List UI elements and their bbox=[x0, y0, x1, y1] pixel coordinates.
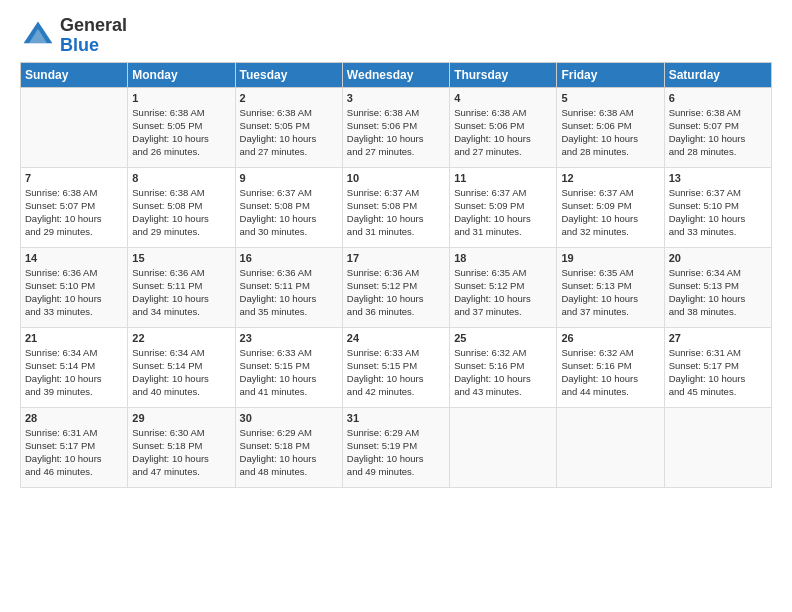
day-number: 14 bbox=[25, 252, 123, 264]
day-info: Sunrise: 6:29 AM Sunset: 5:18 PM Dayligh… bbox=[240, 426, 338, 479]
day-number: 8 bbox=[132, 172, 230, 184]
day-number: 21 bbox=[25, 332, 123, 344]
week-row-4: 28Sunrise: 6:31 AM Sunset: 5:17 PM Dayli… bbox=[21, 407, 772, 487]
day-info: Sunrise: 6:31 AM Sunset: 5:17 PM Dayligh… bbox=[25, 426, 123, 479]
calendar-cell: 17Sunrise: 6:36 AM Sunset: 5:12 PM Dayli… bbox=[342, 247, 449, 327]
calendar-cell: 5Sunrise: 6:38 AM Sunset: 5:06 PM Daylig… bbox=[557, 87, 664, 167]
calendar-cell: 29Sunrise: 6:30 AM Sunset: 5:18 PM Dayli… bbox=[128, 407, 235, 487]
calendar-cell: 13Sunrise: 6:37 AM Sunset: 5:10 PM Dayli… bbox=[664, 167, 771, 247]
day-info: Sunrise: 6:37 AM Sunset: 5:08 PM Dayligh… bbox=[240, 186, 338, 239]
calendar-cell: 7Sunrise: 6:38 AM Sunset: 5:07 PM Daylig… bbox=[21, 167, 128, 247]
header-day-thursday: Thursday bbox=[450, 62, 557, 87]
day-info: Sunrise: 6:37 AM Sunset: 5:08 PM Dayligh… bbox=[347, 186, 445, 239]
day-number: 20 bbox=[669, 252, 767, 264]
calendar-cell: 2Sunrise: 6:38 AM Sunset: 5:05 PM Daylig… bbox=[235, 87, 342, 167]
day-number: 13 bbox=[669, 172, 767, 184]
day-number: 4 bbox=[454, 92, 552, 104]
day-number: 12 bbox=[561, 172, 659, 184]
day-number: 29 bbox=[132, 412, 230, 424]
calendar-table: SundayMondayTuesdayWednesdayThursdayFrid… bbox=[20, 62, 772, 488]
day-info: Sunrise: 6:32 AM Sunset: 5:16 PM Dayligh… bbox=[561, 346, 659, 399]
calendar-cell: 30Sunrise: 6:29 AM Sunset: 5:18 PM Dayli… bbox=[235, 407, 342, 487]
day-info: Sunrise: 6:34 AM Sunset: 5:14 PM Dayligh… bbox=[132, 346, 230, 399]
calendar-cell bbox=[664, 407, 771, 487]
day-number: 23 bbox=[240, 332, 338, 344]
day-info: Sunrise: 6:36 AM Sunset: 5:11 PM Dayligh… bbox=[132, 266, 230, 319]
day-info: Sunrise: 6:38 AM Sunset: 5:06 PM Dayligh… bbox=[561, 106, 659, 159]
day-info: Sunrise: 6:38 AM Sunset: 5:07 PM Dayligh… bbox=[669, 106, 767, 159]
calendar-cell: 12Sunrise: 6:37 AM Sunset: 5:09 PM Dayli… bbox=[557, 167, 664, 247]
calendar-cell: 15Sunrise: 6:36 AM Sunset: 5:11 PM Dayli… bbox=[128, 247, 235, 327]
day-number: 15 bbox=[132, 252, 230, 264]
day-info: Sunrise: 6:38 AM Sunset: 5:05 PM Dayligh… bbox=[240, 106, 338, 159]
day-number: 26 bbox=[561, 332, 659, 344]
calendar-cell: 18Sunrise: 6:35 AM Sunset: 5:12 PM Dayli… bbox=[450, 247, 557, 327]
calendar-header-row: SundayMondayTuesdayWednesdayThursdayFrid… bbox=[21, 62, 772, 87]
calendar-cell: 3Sunrise: 6:38 AM Sunset: 5:06 PM Daylig… bbox=[342, 87, 449, 167]
week-row-3: 21Sunrise: 6:34 AM Sunset: 5:14 PM Dayli… bbox=[21, 327, 772, 407]
calendar-cell bbox=[450, 407, 557, 487]
calendar-cell: 20Sunrise: 6:34 AM Sunset: 5:13 PM Dayli… bbox=[664, 247, 771, 327]
week-row-2: 14Sunrise: 6:36 AM Sunset: 5:10 PM Dayli… bbox=[21, 247, 772, 327]
day-info: Sunrise: 6:38 AM Sunset: 5:07 PM Dayligh… bbox=[25, 186, 123, 239]
calendar-cell: 16Sunrise: 6:36 AM Sunset: 5:11 PM Dayli… bbox=[235, 247, 342, 327]
calendar-cell: 26Sunrise: 6:32 AM Sunset: 5:16 PM Dayli… bbox=[557, 327, 664, 407]
day-info: Sunrise: 6:33 AM Sunset: 5:15 PM Dayligh… bbox=[240, 346, 338, 399]
day-info: Sunrise: 6:37 AM Sunset: 5:09 PM Dayligh… bbox=[561, 186, 659, 239]
day-info: Sunrise: 6:38 AM Sunset: 5:06 PM Dayligh… bbox=[454, 106, 552, 159]
calendar-cell: 25Sunrise: 6:32 AM Sunset: 5:16 PM Dayli… bbox=[450, 327, 557, 407]
day-number: 10 bbox=[347, 172, 445, 184]
calendar-cell: 19Sunrise: 6:35 AM Sunset: 5:13 PM Dayli… bbox=[557, 247, 664, 327]
day-info: Sunrise: 6:34 AM Sunset: 5:14 PM Dayligh… bbox=[25, 346, 123, 399]
calendar-cell: 23Sunrise: 6:33 AM Sunset: 5:15 PM Dayli… bbox=[235, 327, 342, 407]
header-day-wednesday: Wednesday bbox=[342, 62, 449, 87]
calendar-cell: 27Sunrise: 6:31 AM Sunset: 5:17 PM Dayli… bbox=[664, 327, 771, 407]
logo-text: General Blue bbox=[60, 16, 127, 56]
day-number: 7 bbox=[25, 172, 123, 184]
calendar-cell bbox=[557, 407, 664, 487]
day-info: Sunrise: 6:30 AM Sunset: 5:18 PM Dayligh… bbox=[132, 426, 230, 479]
day-info: Sunrise: 6:36 AM Sunset: 5:10 PM Dayligh… bbox=[25, 266, 123, 319]
day-number: 2 bbox=[240, 92, 338, 104]
calendar-cell: 28Sunrise: 6:31 AM Sunset: 5:17 PM Dayli… bbox=[21, 407, 128, 487]
day-info: Sunrise: 6:38 AM Sunset: 5:05 PM Dayligh… bbox=[132, 106, 230, 159]
day-info: Sunrise: 6:32 AM Sunset: 5:16 PM Dayligh… bbox=[454, 346, 552, 399]
day-number: 3 bbox=[347, 92, 445, 104]
day-number: 22 bbox=[132, 332, 230, 344]
day-number: 28 bbox=[25, 412, 123, 424]
header-day-friday: Friday bbox=[557, 62, 664, 87]
calendar-cell: 8Sunrise: 6:38 AM Sunset: 5:08 PM Daylig… bbox=[128, 167, 235, 247]
day-info: Sunrise: 6:36 AM Sunset: 5:12 PM Dayligh… bbox=[347, 266, 445, 319]
calendar-body: 1Sunrise: 6:38 AM Sunset: 5:05 PM Daylig… bbox=[21, 87, 772, 487]
day-info: Sunrise: 6:37 AM Sunset: 5:09 PM Dayligh… bbox=[454, 186, 552, 239]
header-day-saturday: Saturday bbox=[664, 62, 771, 87]
day-number: 30 bbox=[240, 412, 338, 424]
day-number: 5 bbox=[561, 92, 659, 104]
logo: General Blue bbox=[20, 16, 127, 56]
day-info: Sunrise: 6:35 AM Sunset: 5:13 PM Dayligh… bbox=[561, 266, 659, 319]
day-number: 16 bbox=[240, 252, 338, 264]
calendar-cell: 31Sunrise: 6:29 AM Sunset: 5:19 PM Dayli… bbox=[342, 407, 449, 487]
header-day-tuesday: Tuesday bbox=[235, 62, 342, 87]
logo-icon bbox=[20, 18, 56, 54]
calendar-cell: 4Sunrise: 6:38 AM Sunset: 5:06 PM Daylig… bbox=[450, 87, 557, 167]
day-number: 9 bbox=[240, 172, 338, 184]
day-info: Sunrise: 6:36 AM Sunset: 5:11 PM Dayligh… bbox=[240, 266, 338, 319]
calendar-cell: 22Sunrise: 6:34 AM Sunset: 5:14 PM Dayli… bbox=[128, 327, 235, 407]
calendar-cell: 14Sunrise: 6:36 AM Sunset: 5:10 PM Dayli… bbox=[21, 247, 128, 327]
day-info: Sunrise: 6:38 AM Sunset: 5:06 PM Dayligh… bbox=[347, 106, 445, 159]
calendar-cell: 9Sunrise: 6:37 AM Sunset: 5:08 PM Daylig… bbox=[235, 167, 342, 247]
calendar-cell: 6Sunrise: 6:38 AM Sunset: 5:07 PM Daylig… bbox=[664, 87, 771, 167]
day-info: Sunrise: 6:33 AM Sunset: 5:15 PM Dayligh… bbox=[347, 346, 445, 399]
day-number: 25 bbox=[454, 332, 552, 344]
day-number: 19 bbox=[561, 252, 659, 264]
header-day-monday: Monday bbox=[128, 62, 235, 87]
page: General Blue SundayMondayTuesdayWednesda… bbox=[0, 0, 792, 498]
calendar-cell: 24Sunrise: 6:33 AM Sunset: 5:15 PM Dayli… bbox=[342, 327, 449, 407]
day-info: Sunrise: 6:37 AM Sunset: 5:10 PM Dayligh… bbox=[669, 186, 767, 239]
day-number: 6 bbox=[669, 92, 767, 104]
header-day-sunday: Sunday bbox=[21, 62, 128, 87]
day-number: 1 bbox=[132, 92, 230, 104]
day-number: 18 bbox=[454, 252, 552, 264]
calendar-cell: 11Sunrise: 6:37 AM Sunset: 5:09 PM Dayli… bbox=[450, 167, 557, 247]
